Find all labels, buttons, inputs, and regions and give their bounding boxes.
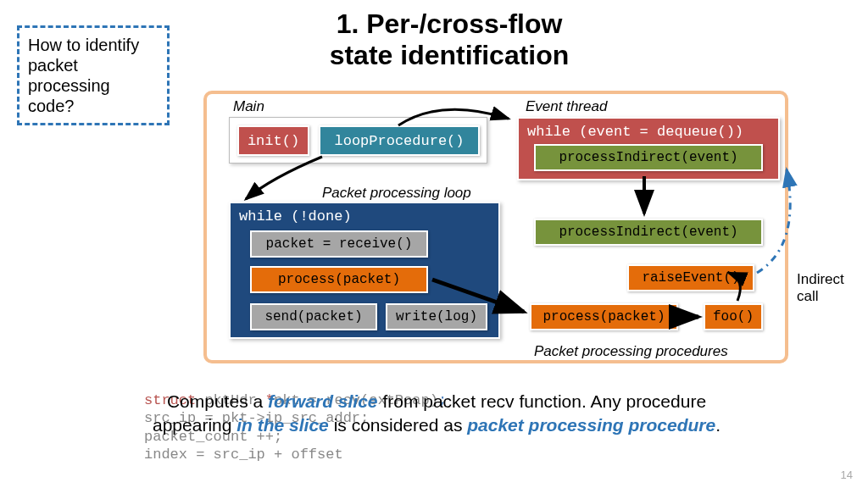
label-packet-procs: Packet processing procedures	[534, 343, 728, 360]
label-event-thread: Event thread	[526, 98, 607, 115]
slide-number: 14	[841, 469, 853, 481]
init-box: init()	[237, 125, 309, 156]
raise-event-box: raiseEvent()	[627, 264, 754, 291]
slide-title: 1. Per-/cross-flowstate identification	[237, 8, 661, 71]
process-box: process(packet)	[250, 266, 428, 293]
label-packet-loop: Packet processing loop	[322, 185, 471, 202]
loop-procedure-box: loopProcedure()	[319, 125, 480, 156]
caption: Computes a forward slice from packet rec…	[131, 390, 742, 438]
label-main: Main	[233, 98, 264, 115]
process-2-box: process(packet)	[530, 303, 678, 330]
foo-box: foo()	[704, 303, 763, 330]
process-indirect-2: processIndirect(event)	[534, 219, 763, 246]
send-box: send(packet)	[250, 303, 377, 330]
receive-box: packet = receive()	[250, 230, 428, 258]
callout-box: How to identify packet processing code?	[17, 25, 170, 125]
process-indirect-1: processIndirect(event)	[534, 144, 763, 171]
label-indirect-call: Indirect call	[797, 271, 868, 305]
write-box: write(log)	[386, 303, 487, 330]
